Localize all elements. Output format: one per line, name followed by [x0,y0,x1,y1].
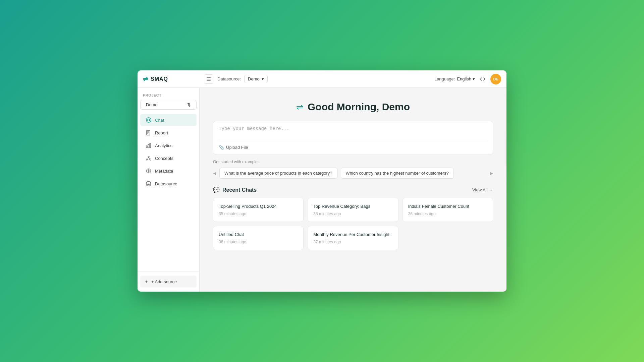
avatar[interactable]: DE [490,74,501,84]
avatar-initials: DE [493,77,498,81]
upload-label: Upload File [226,145,248,150]
sidebar-item-report[interactable]: Report [140,127,197,139]
view-all-button[interactable]: View All → [472,187,493,192]
chat-card-time: 37 minutes ago [313,240,392,244]
svg-point-13 [146,159,148,160]
header: ⇌ SMAQ Datasource: Demo ▾ Language: Engl… [138,70,506,88]
sidebar-toggle-button[interactable] [204,74,213,84]
chat-bubble-icon: 💬 [213,187,220,193]
message-box: 📎 Upload File [213,121,493,155]
chat-card-1[interactable]: Top-Selling Products Q1 2024 35 minutes … [213,198,304,222]
sidebar-item-datasource[interactable]: Datasource [140,178,197,190]
greeting-area: ⇌ Good Morning, Demo [213,101,493,113]
sidebar-item-label: Chat [155,118,164,123]
report-icon [146,130,152,136]
chat-card-title: Top Revenue Category: Bags [313,203,392,209]
body: Project Demo ⇅ Chat [138,88,506,292]
sidebar-item-metadata[interactable]: Metadata [140,165,197,177]
svg-line-16 [149,158,150,159]
chat-card-title: Monthly Revenue Per Customer Insight [313,232,392,238]
main-content: ⇌ Good Morning, Demo 📎 Upload File Get s… [200,88,506,292]
datasource-value: Demo [248,76,260,81]
language-label: Language: [434,76,455,81]
metadata-icon [146,168,152,174]
svg-line-15 [148,158,149,159]
sidebar: Project Demo ⇅ Chat [138,88,200,292]
sidebar-item-label: Datasource [155,181,177,186]
chevron-down-icon: ▾ [262,76,264,81]
svg-rect-9 [146,146,147,148]
scroll-right-arrow[interactable]: ▶ [490,171,493,176]
example-chip-2[interactable]: Which country has the highest number of … [341,168,454,179]
recent-chats-title: 💬 Recent Chats [213,187,257,193]
project-value: Demo [146,102,158,107]
add-source-button[interactable]: ＋ + Add source [140,276,197,288]
svg-point-21 [147,182,151,183]
greeting-text: Good Morning, Demo [308,101,410,113]
paperclip-icon: 📎 [219,145,224,150]
svg-rect-11 [150,143,151,148]
chat-card-title: Top-Selling Products Q1 2024 [219,203,298,209]
chat-icon [146,117,152,123]
message-input[interactable] [219,126,487,135]
svg-rect-10 [148,144,149,148]
chat-card-empty [402,226,493,250]
sidebar-item-label: Concepts [155,156,173,161]
sidebar-footer: ＋ + Add source [138,271,199,292]
chat-card-time: 35 minutes ago [219,212,298,216]
logo-text: SMAQ [151,76,168,82]
chat-card-4[interactable]: Untitled Chat 36 minutes ago [213,226,304,250]
recent-chats-label: Recent Chats [222,187,257,193]
svg-point-3 [146,118,151,122]
example-chip-1[interactable]: What is the average price of products in… [219,168,337,179]
examples-label: Get started with examples [213,160,493,164]
plus-icon: ＋ [144,279,149,285]
svg-point-4 [148,119,150,121]
chat-card-3[interactable]: India's Female Customer Count 36 minutes… [402,198,493,222]
svg-point-18 [148,170,149,172]
sidebar-item-label: Report [155,130,168,135]
sidebar-item-concepts[interactable]: Concepts [140,152,197,164]
svg-rect-0 [207,77,211,78]
datasource-icon [146,181,152,187]
svg-rect-1 [207,79,211,79]
logo-icon: ⇌ [143,75,148,83]
chat-card-time: 35 minutes ago [313,212,392,216]
code-button[interactable] [480,76,486,82]
chevron-down-icon: ▾ [473,76,475,81]
header-right: Language: English ▾ DE [434,74,501,84]
project-selector[interactable]: Demo ⇅ [140,100,197,110]
chat-card-5[interactable]: Monthly Revenue Per Customer Insight 37 … [308,226,398,250]
sidebar-item-chat[interactable]: Chat [140,114,197,126]
app-window: ⇌ SMAQ Datasource: Demo ▾ Language: Engl… [138,70,506,292]
add-source-label: + Add source [151,279,177,284]
svg-point-14 [150,159,151,160]
chat-cards-grid: Top-Selling Products Q1 2024 35 minutes … [213,198,493,250]
language-value: English [457,76,471,81]
language-selector[interactable]: English ▾ [457,76,475,81]
recent-chats-header: 💬 Recent Chats View All → [213,187,493,193]
chat-card-title: Untitled Chat [219,232,298,238]
svg-rect-2 [207,80,211,81]
examples-container: What is the average price of products in… [219,168,487,179]
greeting-icon: ⇌ [296,102,304,112]
updown-icon: ⇅ [187,102,191,107]
upload-file-button[interactable]: 📎 Upload File [219,143,248,150]
sidebar-item-label: Analytics [155,143,172,148]
scroll-left-arrow[interactable]: ◀ [213,171,216,176]
sidebar-item-label: Metadata [155,169,173,174]
view-all-label: View All → [472,187,493,192]
examples-scroll: ◀ What is the average price of products … [213,168,493,179]
header-middle: Datasource: Demo ▾ [217,75,430,83]
language-area: Language: English ▾ [434,76,475,81]
svg-point-12 [148,156,149,158]
analytics-icon [146,142,152,148]
chat-card-2[interactable]: Top Revenue Category: Bags 35 minutes ag… [308,198,398,222]
datasource-label: Datasource: [217,76,241,81]
chat-card-time: 36 minutes ago [219,240,298,244]
sidebar-item-analytics[interactable]: Analytics [140,139,197,152]
concepts-icon [146,155,152,161]
datasource-selector[interactable]: Demo ▾ [244,75,268,83]
chat-card-time: 36 minutes ago [408,212,487,216]
logo-area: ⇌ SMAQ [143,75,200,83]
